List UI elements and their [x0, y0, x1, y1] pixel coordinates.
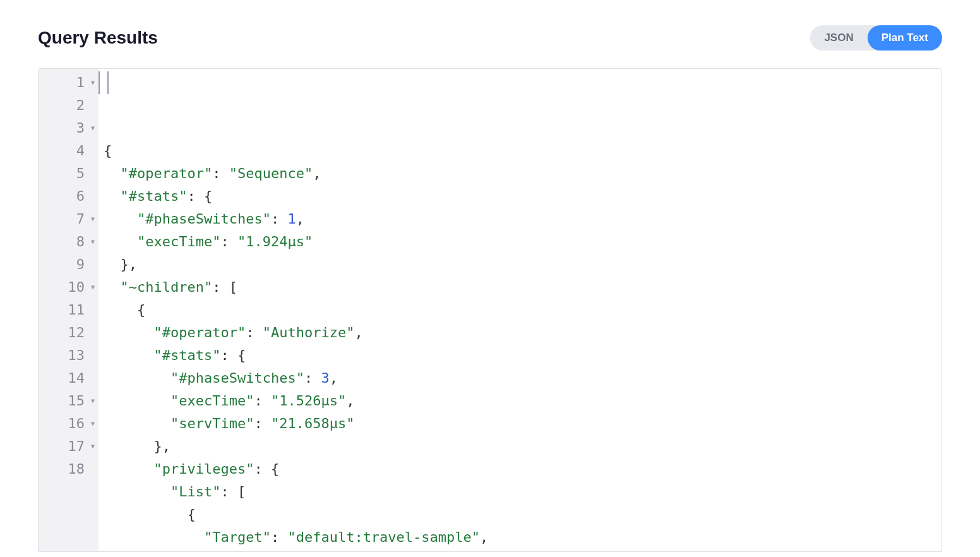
- fold-toggle-icon[interactable]: ▼: [87, 390, 95, 412]
- code-line[interactable]: "#operator": "Authorize",: [104, 321, 936, 344]
- line-number: 17: [68, 435, 85, 458]
- code-line[interactable]: "execTime": "1.526µs",: [104, 390, 936, 412]
- code-line[interactable]: "List": [: [104, 481, 936, 503]
- line-number: 15: [68, 390, 85, 412]
- line-number: 1: [76, 71, 85, 94]
- fold-toggle-icon[interactable]: ▼: [87, 276, 95, 299]
- gutter-line: 5: [45, 162, 95, 185]
- code-line[interactable]: "#phaseSwitches": 3,: [104, 367, 936, 390]
- line-number: 14: [68, 367, 85, 390]
- fold-toggle-icon[interactable]: ▼: [87, 412, 95, 435]
- code-line[interactable]: },: [104, 435, 936, 458]
- code-line[interactable]: },: [104, 253, 936, 276]
- gutter-line: 18: [45, 458, 95, 481]
- gutter-line: 15▼: [45, 390, 95, 412]
- code-line[interactable]: "~children": [: [104, 276, 936, 299]
- code-line[interactable]: "Target": "default:travel-sample",: [104, 526, 936, 549]
- line-number: 3: [76, 117, 85, 140]
- active-line-marker: [99, 71, 109, 94]
- code-editor[interactable]: 1▼23▼4567▼8▼910▼1112131415▼16▼17▼18 { "#…: [38, 68, 942, 552]
- code-line[interactable]: "#operator": "Sequence",: [104, 162, 936, 185]
- gutter-line: 11: [45, 299, 95, 321]
- tab-json[interactable]: JSON: [810, 25, 867, 51]
- line-number: 5: [76, 162, 85, 185]
- fold-toggle-icon[interactable]: ▼: [87, 231, 95, 253]
- results-title: Query Results: [38, 28, 158, 48]
- line-number: 18: [68, 458, 85, 481]
- fold-toggle-icon[interactable]: ▼: [87, 117, 95, 140]
- fold-toggle-icon[interactable]: ▼: [87, 71, 95, 94]
- gutter-line: 2: [45, 94, 95, 117]
- gutter-line: 4: [45, 140, 95, 162]
- gutter-line: 17▼: [45, 435, 95, 458]
- gutter-line: 16▼: [45, 412, 95, 435]
- code-line[interactable]: "privileges": {: [104, 458, 936, 481]
- code-line[interactable]: "#stats": {: [104, 185, 936, 208]
- tab-plan-text[interactable]: Plan Text: [868, 25, 942, 51]
- gutter-line: 3▼: [45, 117, 95, 140]
- line-number: 16: [68, 412, 85, 435]
- line-number: 8: [76, 231, 85, 253]
- line-gutter: 1▼23▼4567▼8▼910▼1112131415▼16▼17▼18: [39, 69, 99, 551]
- fold-toggle-icon[interactable]: ▼: [87, 208, 95, 231]
- gutter-line: 1▼: [45, 71, 95, 94]
- gutter-line: 14: [45, 367, 95, 390]
- gutter-line: 13: [45, 344, 95, 367]
- gutter-line: 7▼: [45, 208, 95, 231]
- line-number: 12: [68, 321, 85, 344]
- code-line[interactable]: {: [104, 503, 936, 526]
- line-number: 2: [76, 94, 85, 117]
- code-line[interactable]: "#stats": {: [104, 344, 936, 367]
- line-number: 13: [68, 344, 85, 367]
- view-tabs: JSON Plan Text: [810, 25, 942, 51]
- code-line[interactable]: {: [104, 140, 936, 162]
- gutter-line: 6: [45, 185, 95, 208]
- code-content[interactable]: { "#operator": "Sequence", "#stats": { "…: [99, 69, 941, 551]
- code-line[interactable]: "execTime": "1.924µs": [104, 231, 936, 253]
- code-line[interactable]: {: [104, 299, 936, 321]
- code-line[interactable]: "servTime": "21.658µs": [104, 412, 936, 435]
- gutter-line: 9: [45, 253, 95, 276]
- code-line[interactable]: "#phaseSwitches": 1,: [104, 208, 936, 231]
- gutter-line: 8▼: [45, 231, 95, 253]
- line-number: 11: [68, 299, 85, 321]
- line-number: 4: [76, 140, 85, 162]
- line-number: 10: [68, 276, 85, 299]
- gutter-line: 12: [45, 321, 95, 344]
- line-number: 7: [76, 208, 85, 231]
- gutter-line: 10▼: [45, 276, 95, 299]
- fold-toggle-icon[interactable]: ▼: [87, 435, 95, 458]
- line-number: 9: [76, 253, 85, 276]
- results-header: Query Results JSON Plan Text: [38, 25, 942, 51]
- line-number: 6: [76, 185, 85, 208]
